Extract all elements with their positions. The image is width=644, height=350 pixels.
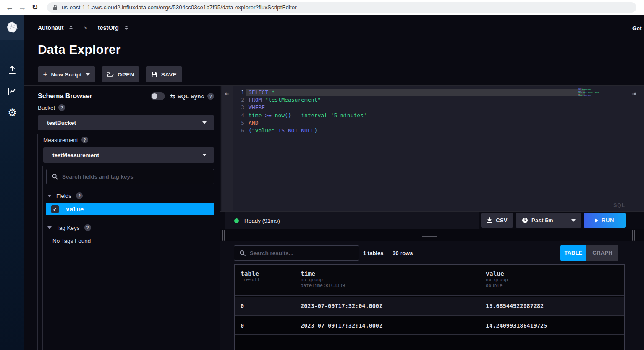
table-column-header: timeno groupdateTime:RFC3339 — [301, 270, 345, 289]
minimap-divider — [575, 86, 575, 211]
sql-sync-help-icon[interactable]: ? — [207, 93, 214, 100]
sidebar-item-upload[interactable] — [0, 61, 24, 78]
upload-icon — [8, 65, 17, 74]
measurement-help-icon[interactable]: ? — [81, 137, 88, 143]
sidebar-item-settings[interactable]: ⚙ — [0, 104, 24, 121]
collapse-right-icon[interactable]: ⇥ — [632, 91, 636, 97]
reload-icon: ↻ — [32, 3, 38, 12]
browser-forward-button[interactable]: → — [16, 1, 29, 14]
editor-minimap[interactable]: SELECT *FROM "testMeasurement"WHEREtime … — [578, 88, 597, 96]
breadcrumb: Autonaut > testOrg — [38, 24, 128, 31]
measurement-dropdown[interactable]: testMeasurement — [43, 147, 214, 163]
field-item-value[interactable]: ✓ value — [46, 203, 214, 215]
tree-guide — [37, 134, 38, 350]
csv-label: CSV — [496, 217, 508, 224]
tag-keys-help-icon[interactable]: ? — [84, 224, 91, 231]
minimap-line: ("value" IS NOT NULL) — [578, 95, 597, 96]
address-bar[interactable]: us-east-1-1.aws.cloud2.influxdata.com/or… — [47, 2, 636, 13]
open-button[interactable]: OPEN — [102, 66, 139, 82]
table-header: table_resulttimeno groupdateTime:RFC3339… — [235, 265, 624, 296]
save-icon — [151, 71, 157, 78]
csv-button[interactable]: CSV — [481, 213, 513, 228]
editor-gutter: ⇤ — [222, 86, 233, 211]
open-label: OPEN — [118, 71, 134, 78]
save-label: SAVE — [161, 71, 177, 78]
browser-toolbar: ← → ↻ us-east-1-1.aws.cloud2.influxdata.… — [0, 0, 644, 15]
sidebar-item-home[interactable] — [0, 15, 24, 40]
code-line[interactable]: 3WHERE — [233, 104, 573, 111]
splitter-grip-right[interactable] — [632, 230, 635, 241]
table-cell: 0 — [241, 322, 244, 329]
folder-icon — [107, 71, 114, 77]
suborg-name[interactable]: testOrg — [98, 24, 119, 31]
table-row: 02023-07-09T17:32:14.000Z14.240993186419… — [235, 316, 624, 335]
code-lines[interactable]: 1SELECT *2FROM "testMeasurement"3WHERE4t… — [233, 89, 573, 134]
collapse-left-icon[interactable]: ⇤ — [225, 91, 229, 97]
page-title: Data Explorer — [38, 42, 121, 57]
value-checkbox[interactable]: ✓ — [51, 205, 59, 213]
caret-down-icon — [86, 73, 90, 76]
run-button[interactable]: RUN — [584, 213, 626, 228]
help-button[interactable]: ? — [0, 347, 24, 350]
splitter-grip-left[interactable] — [222, 230, 225, 241]
status-text: Ready (91ms) — [244, 218, 280, 224]
sql-editor[interactable]: ⇤ 1SELECT *2FROM "testMeasurement"3WHERE… — [222, 86, 644, 211]
new-script-button[interactable]: + New Script — [38, 66, 95, 82]
table-row: 02023-07-09T17:32:04.000Z15.685449220872… — [235, 297, 624, 316]
fields-collapse-icon[interactable] — [47, 195, 52, 197]
bucket-help-icon[interactable]: ? — [58, 104, 65, 111]
schema-header: Schema Browser ⇆ SQL Sync ? — [38, 92, 214, 100]
gear-icon: ⚙ — [8, 108, 17, 118]
search-icon — [52, 174, 58, 180]
schema-search-input[interactable] — [62, 174, 208, 180]
tree-guide — [42, 166, 43, 350]
code-line[interactable]: 6("value" IS NOT NULL) — [233, 127, 573, 134]
bucket-value: testBucket — [47, 120, 76, 126]
tag-keys-collapse-icon[interactable] — [47, 226, 52, 229]
org-name[interactable]: Autonaut — [38, 24, 63, 31]
sql-sync-toggle[interactable] — [151, 92, 165, 100]
schema-search[interactable] — [46, 169, 214, 184]
sidebar-item-data-explorer[interactable] — [0, 83, 24, 100]
results-search-input[interactable] — [250, 250, 353, 256]
results-search[interactable] — [234, 245, 359, 261]
tab-graph[interactable]: GRAPH — [586, 245, 618, 261]
tree-guide — [47, 234, 47, 249]
plus-icon: + — [43, 71, 47, 78]
get-link[interactable]: Get — [632, 25, 642, 32]
header-divider — [38, 62, 644, 62]
splitter-grip-center[interactable] — [422, 234, 437, 237]
play-icon — [595, 218, 598, 223]
lock-icon — [53, 5, 58, 11]
panel-splitter-horizontal[interactable] — [220, 229, 644, 241]
table-column-header: valueno groupdouble — [486, 270, 508, 289]
schema-title: Schema Browser — [38, 92, 92, 100]
caret-down-icon — [571, 219, 576, 222]
browser-reload-button[interactable]: ↻ — [29, 1, 41, 14]
table-cell: 15.68544922087282 — [486, 303, 544, 309]
suborg-switcher-icon[interactable] — [125, 26, 128, 30]
code-line[interactable]: 5AND — [233, 119, 573, 127]
sql-sync-label: SQL Sync — [177, 93, 204, 100]
code-line[interactable]: 4time >= now() - interval '5 minutes' — [233, 112, 573, 119]
save-button[interactable]: SAVE — [146, 66, 182, 82]
graph-icon — [8, 87, 17, 96]
browser-back-button[interactable]: ← — [3, 1, 16, 14]
code-line[interactable]: 1SELECT * — [233, 89, 573, 96]
time-range-dropdown[interactable]: Past 5m — [516, 213, 581, 228]
measurement-label: Measurement — [43, 137, 78, 143]
caret-down-icon — [202, 154, 207, 156]
code-line[interactable]: 2FROM "testMeasurement" — [233, 96, 573, 104]
measurement-value: testMeasurement — [52, 152, 99, 158]
bucket-dropdown[interactable]: testBucket — [38, 115, 214, 130]
query-status-bar: Ready (91ms) CSV Past 5m RUN — [220, 211, 644, 229]
rows-count: 30 rows — [393, 250, 413, 256]
url-text: us-east-1-1.aws.cloud2.influxdata.com/or… — [62, 4, 297, 11]
clock-icon — [522, 217, 528, 224]
org-switcher-icon[interactable] — [69, 26, 73, 30]
editor-right-edge — [639, 86, 639, 211]
tab-table[interactable]: TABLE — [560, 245, 586, 261]
status-panel: Ready (91ms) — [225, 212, 479, 229]
fields-help-icon[interactable]: ? — [76, 192, 83, 199]
no-tags-text: No Tags Found — [52, 238, 91, 244]
